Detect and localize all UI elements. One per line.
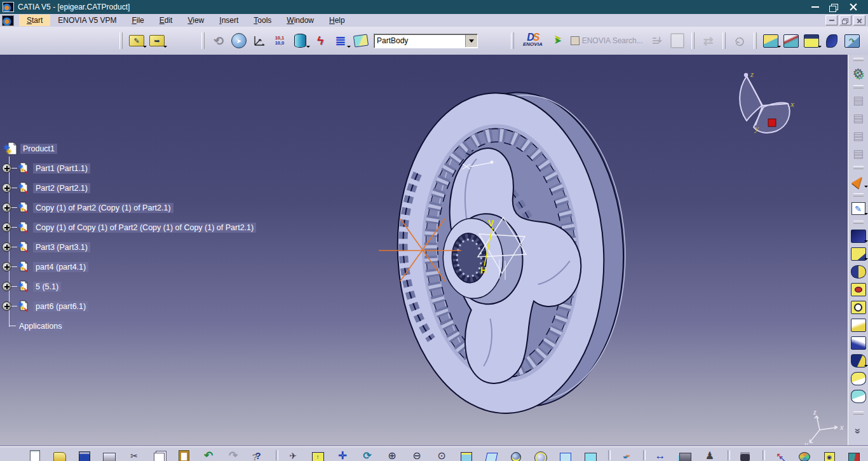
toolbar-handle[interactable] — [119, 32, 123, 49]
toolbox-icon[interactable] — [678, 450, 692, 461]
apply-material-icon[interactable] — [797, 450, 811, 461]
toolbar-handle[interactable] — [691, 32, 695, 49]
tree-item-5[interactable]: 5 (5.1) — [0, 277, 61, 296]
isometric-view-icon[interactable] — [484, 450, 498, 461]
menu-insert[interactable]: Insert — [212, 15, 246, 26]
cut-icon[interactable] — [127, 450, 141, 461]
create-multi-view-icon[interactable] — [459, 450, 473, 461]
enovia-work-icon[interactable] — [648, 32, 666, 50]
toolbar-handle[interactable] — [853, 193, 864, 196]
pad-drafted-icon[interactable] — [850, 245, 867, 262]
sketcher-icon[interactable] — [850, 200, 867, 217]
pad-icon[interactable] — [762, 32, 780, 50]
menu-view[interactable]: View — [180, 15, 212, 26]
expand-plus-icon[interactable] — [2, 223, 11, 232]
toolbar-handle[interactable] — [853, 58, 864, 61]
normal-view-icon[interactable] — [435, 450, 449, 461]
tree-item-part3[interactable]: Part3 (Part3.1) — [0, 237, 90, 257]
reload-icon[interactable] — [731, 32, 749, 50]
catalog-edit-icon[interactable] — [850, 128, 867, 144]
whats-this-icon[interactable] — [251, 450, 265, 461]
expand-plus-icon[interactable] — [2, 242, 11, 252]
wireframe-icon[interactable] — [559, 450, 573, 461]
expand-plus-icon[interactable] — [2, 282, 11, 291]
tree-item-label[interactable]: Applications — [17, 321, 64, 331]
tree-item-label[interactable]: Copy (1) of Part2 (Copy (1) of Part2.1) — [33, 203, 173, 213]
tree-item-applications[interactable]: Applications — [0, 316, 64, 336]
compass-anchor-square[interactable] — [768, 119, 776, 127]
expand-plus-icon[interactable] — [2, 301, 11, 311]
combo-dropdown-button[interactable] — [465, 35, 477, 47]
partbody-combo-value[interactable]: PartBody — [374, 36, 465, 45]
tree-item-part6[interactable]: part6 (part6.1) — [0, 296, 88, 316]
tree-item-copy1-of-part2[interactable]: Copy (1) of Part2 (Copy (1) of Part2.1) — [0, 198, 173, 217]
section-icon[interactable] — [850, 281, 867, 298]
rotate-icon[interactable] — [360, 450, 374, 461]
toolbar-handle[interactable] — [754, 32, 757, 49]
toolbar-handle[interactable] — [853, 85, 864, 88]
copy-icon[interactable] — [152, 450, 166, 461]
toolbar-handle[interactable] — [853, 221, 864, 224]
select-cursor-icon[interactable] — [850, 173, 867, 189]
axis-to-axis-icon[interactable] — [864, 32, 868, 50]
toolbar-handle[interactable] — [853, 166, 864, 169]
compass[interactable]: z x y — [731, 64, 807, 143]
shell-icon[interactable] — [823, 32, 841, 50]
enovia-save-icon[interactable] — [668, 32, 686, 50]
tree-item-product1[interactable]: Product1 — [0, 139, 57, 158]
tree-item-part1[interactable]: Part1 (Part1.1) — [0, 158, 90, 178]
update-icon[interactable] — [850, 65, 867, 81]
pan-icon[interactable] — [336, 450, 349, 461]
enovia-search-field[interactable]: ENOVIA Search... — [582, 36, 643, 45]
catalog-save-icon[interactable] — [850, 146, 867, 162]
new-document-icon[interactable] — [28, 450, 42, 461]
menu-file[interactable]: File — [124, 15, 151, 26]
more-tools-chevron-icon[interactable] — [850, 423, 867, 439]
tree-item-label[interactable]: Part2 (Part2.1) — [33, 183, 90, 193]
save-icon[interactable] — [78, 450, 92, 461]
tree-item-label[interactable]: Part3 (Part3.1) — [33, 242, 90, 252]
redo-icon[interactable] — [226, 450, 240, 461]
surface-fill-icon[interactable] — [850, 370, 867, 387]
menu-window[interactable]: Window — [279, 15, 322, 26]
pocket-icon[interactable] — [803, 32, 820, 50]
axis-system-icon[interactable] — [250, 32, 268, 50]
measure-icon[interactable] — [773, 450, 787, 461]
expand-plus-icon[interactable] — [2, 163, 11, 173]
menu-start[interactable]: Start — [19, 15, 50, 26]
toolbar-handle[interactable] — [511, 32, 514, 49]
manipulation-icon[interactable] — [703, 450, 717, 461]
shell-icon[interactable] — [850, 317, 867, 333]
sweep-icon[interactable] — [850, 352, 867, 369]
tree-item-label[interactable]: part6 (part6.1) — [33, 301, 88, 312]
toolbar-handle[interactable] — [853, 411, 864, 415]
enovia-search-checkbox[interactable] — [571, 36, 580, 45]
compass-icon[interactable] — [822, 450, 836, 461]
tree-item-label[interactable]: part4 (part4.1) — [33, 262, 88, 272]
tree-item-label[interactable]: 5 (5.1) — [33, 282, 61, 292]
menu-help[interactable]: Help — [322, 15, 353, 26]
toolbar-handle[interactable] — [722, 32, 726, 49]
multi-sections-icon[interactable] — [850, 388, 867, 404]
globe-select-icon[interactable]: ➤ — [230, 32, 248, 50]
quick-view-icon[interactable] — [583, 450, 597, 461]
pad-icon[interactable] — [850, 228, 867, 244]
paste-icon[interactable] — [177, 450, 191, 461]
resize-icon[interactable] — [653, 450, 667, 461]
shading-icon[interactable] — [509, 450, 523, 461]
design-table-icon[interactable] — [332, 32, 349, 50]
zoom-in-icon[interactable] — [385, 450, 399, 461]
viewport-3d[interactable]: V H Product1 Part1 (Part1.1) — [0, 55, 848, 447]
doc-restore-button[interactable] — [839, 15, 851, 25]
zoom-out-icon[interactable] — [410, 450, 424, 461]
expand-plus-icon[interactable] — [2, 183, 11, 193]
open-export-icon[interactable]: ➥ — [148, 32, 166, 50]
part-body-icon[interactable] — [291, 32, 309, 50]
mean-dimensions-icon[interactable]: 10,110,0 — [271, 32, 288, 50]
menu-tools[interactable]: Tools — [246, 15, 279, 26]
menu-edit[interactable]: Edit — [152, 15, 180, 26]
tree-item-part4[interactable]: part4 (part4.1) — [0, 257, 88, 277]
tree-item-label[interactable]: Product1 — [20, 144, 57, 154]
spiral-update-icon[interactable] — [210, 32, 227, 50]
open-icon[interactable] — [53, 450, 67, 461]
